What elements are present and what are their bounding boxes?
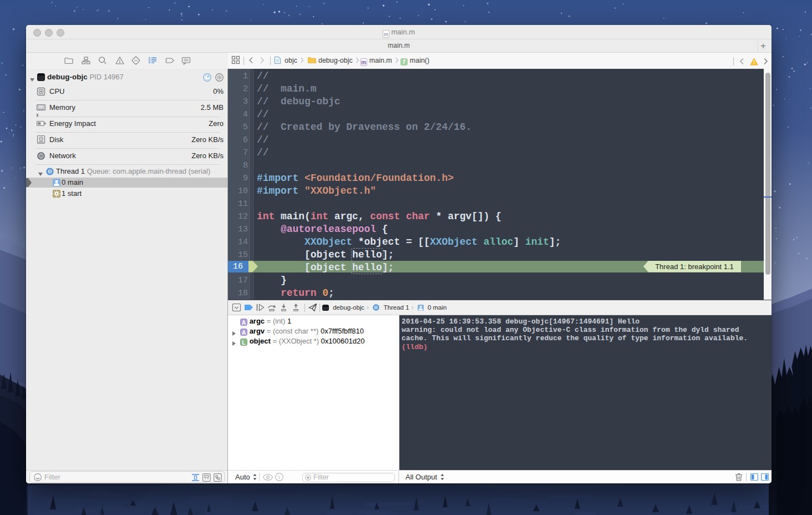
svg-text:i: i <box>278 474 280 480</box>
